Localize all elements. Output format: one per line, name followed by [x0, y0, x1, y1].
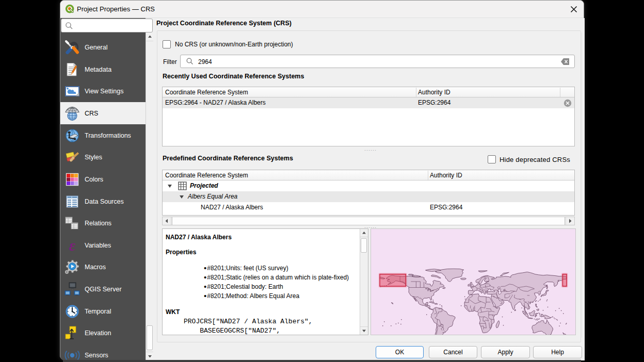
- svg-text:ε: ε: [69, 238, 76, 253]
